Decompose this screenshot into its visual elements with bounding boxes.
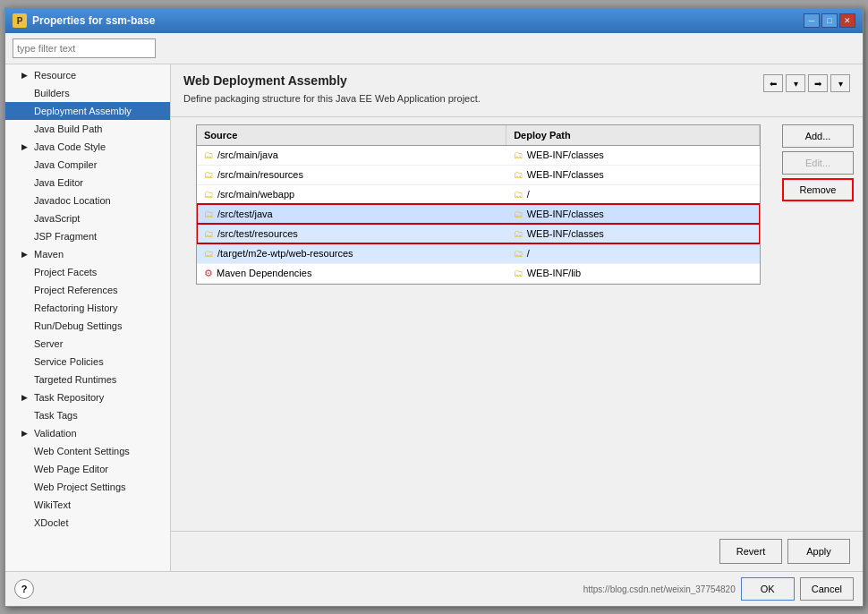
expand-icon: ▶ bbox=[21, 250, 30, 259]
sidebar-item-wikitext[interactable]: WikiText bbox=[5, 496, 170, 514]
sidebar-item-label: WikiText bbox=[34, 499, 71, 510]
filter-area bbox=[5, 33, 863, 64]
sidebar-item-label: Validation bbox=[34, 428, 77, 439]
sidebar-item-resource[interactable]: ▶ Resource bbox=[5, 66, 170, 84]
sidebar-item-web-page-editor[interactable]: Web Page Editor bbox=[5, 460, 170, 478]
maximize-button[interactable]: □ bbox=[821, 13, 838, 28]
sidebar-item-project-references[interactable]: Project References bbox=[5, 281, 170, 299]
remove-button[interactable]: Remove bbox=[782, 178, 854, 201]
add-button[interactable]: Add... bbox=[782, 124, 854, 148]
table-row[interactable]: 🗂/src/main/webapp🗂/ bbox=[197, 184, 760, 204]
deploy-cell: 🗂/ bbox=[506, 243, 760, 263]
dialog-title: Properties for ssm-base bbox=[32, 14, 155, 27]
sidebar-item-label: Service Policies bbox=[34, 356, 104, 367]
sidebar-item-task-repository[interactable]: ▶ Task Repository bbox=[5, 388, 170, 406]
deploy-cell: 🗂WEB-INF/classes bbox=[506, 204, 760, 224]
sidebar-item-jsp-fragment[interactable]: JSP Fragment bbox=[5, 227, 170, 245]
sidebar-item-refactoring-history[interactable]: Refactoring History bbox=[5, 299, 170, 317]
table-row[interactable]: 🗂/src/main/java🗂WEB-INF/classes bbox=[197, 145, 760, 165]
apply-button[interactable]: Apply bbox=[787, 539, 850, 564]
sidebar-item-label: Java Editor bbox=[34, 177, 83, 188]
sidebar-item-label: Refactoring History bbox=[34, 303, 118, 313]
bottom-bar: Revert Apply bbox=[171, 531, 863, 571]
table-row[interactable]: 🗂/src/test/java🗂WEB-INF/classes bbox=[197, 204, 760, 224]
nav-forward-button[interactable]: ➡ bbox=[808, 74, 828, 92]
assembly-table: Source Deploy Path 🗂/src/main/java🗂WEB-I… bbox=[197, 125, 760, 284]
deploy-cell: 🗂WEB-INF/lib bbox=[506, 263, 760, 283]
sidebar-item-web-project-settings[interactable]: Web Project Settings bbox=[5, 478, 170, 496]
source-cell: 🗂/src/test/java bbox=[197, 204, 506, 224]
sidebar-item-label: JavaScript bbox=[34, 213, 80, 224]
nav-back-button[interactable]: ⬅ bbox=[763, 74, 783, 92]
deployment-table: Source Deploy Path 🗂/src/main/java🗂WEB-I… bbox=[196, 124, 761, 285]
sidebar: ▶ Resource Builders Deployment Assembly … bbox=[5, 64, 171, 571]
nav-buttons: ⬅ ▾ ➡ ▾ bbox=[763, 74, 850, 92]
dialog-body: ▶ Resource Builders Deployment Assembly … bbox=[5, 33, 863, 571]
source-cell: 🗂/src/main/webapp bbox=[197, 184, 506, 204]
content-title: Web Deployment Assembly bbox=[183, 73, 347, 88]
sidebar-item-run-debug-settings[interactable]: Run/Debug Settings bbox=[5, 317, 170, 335]
revert-button[interactable]: Revert bbox=[719, 539, 782, 564]
sidebar-item-targeted-runtimes[interactable]: Targeted Runtimes bbox=[5, 371, 170, 388]
sidebar-item-label: Server bbox=[34, 338, 63, 349]
sidebar-item-javadoc-location[interactable]: Javadoc Location bbox=[5, 192, 170, 209]
footer-link: https://blog.csdn.net/weixin_37754820 bbox=[583, 584, 736, 594]
table-and-buttons: Source Deploy Path 🗂/src/main/java🗂WEB-I… bbox=[171, 117, 863, 531]
sidebar-item-label: XDoclet bbox=[34, 517, 69, 528]
sidebar-item-java-build-path[interactable]: Java Build Path bbox=[5, 120, 170, 138]
cancel-button[interactable]: Cancel bbox=[800, 577, 854, 601]
sidebar-item-java-editor[interactable]: Java Editor bbox=[5, 174, 170, 192]
sidebar-item-label: Builders bbox=[34, 88, 70, 98]
sidebar-item-java-compiler[interactable]: Java Compiler bbox=[5, 156, 170, 174]
filter-input[interactable] bbox=[13, 38, 156, 58]
expand-icon: ▶ bbox=[21, 142, 30, 151]
table-row[interactable]: 🗂/src/test/resources🗂WEB-INF/classes bbox=[197, 224, 760, 243]
content-description: Define packaging structure for this Java… bbox=[183, 93, 850, 104]
nav-dropdown2-button[interactable]: ▾ bbox=[830, 74, 850, 92]
sidebar-item-javascript[interactable]: JavaScript bbox=[5, 209, 170, 227]
edit-button[interactable]: Edit... bbox=[782, 151, 854, 175]
table-row[interactable]: ⚙Maven Dependencies🗂WEB-INF/lib bbox=[197, 263, 760, 283]
help-button[interactable]: ? bbox=[14, 579, 34, 599]
sidebar-item-label: Resource bbox=[34, 70, 76, 81]
sidebar-item-project-facets[interactable]: Project Facets bbox=[5, 263, 170, 281]
sidebar-item-label: Maven bbox=[34, 249, 64, 260]
ok-button[interactable]: OK bbox=[741, 577, 795, 601]
sidebar-item-server[interactable]: Server bbox=[5, 335, 170, 353]
table-row[interactable]: 🗂/src/main/resources🗂WEB-INF/classes bbox=[197, 165, 760, 184]
footer-bar: ? https://blog.csdn.net/weixin_37754820 … bbox=[5, 571, 863, 606]
deploy-cell: 🗂WEB-INF/classes bbox=[506, 145, 760, 165]
nav-dropdown-button[interactable]: ▾ bbox=[786, 74, 805, 92]
sidebar-item-xdoclet[interactable]: XDoclet bbox=[5, 514, 170, 532]
minimize-button[interactable]: ─ bbox=[804, 13, 820, 28]
sidebar-item-validation[interactable]: ▶ Validation bbox=[5, 424, 170, 442]
source-cell: 🗂/target/m2e-wtp/web-resources bbox=[197, 243, 506, 263]
sidebar-item-label: Task Tags bbox=[34, 410, 78, 421]
table-row[interactable]: 🗂/target/m2e-wtp/web-resources🗂/ bbox=[197, 243, 760, 263]
properties-dialog: P Properties for ssm-base ─ □ ✕ ▶ Resour… bbox=[4, 7, 864, 607]
sidebar-item-label: Web Project Settings bbox=[34, 482, 126, 492]
footer-right: https://blog.csdn.net/weixin_37754820 OK… bbox=[583, 577, 854, 601]
sidebar-item-label: Targeted Runtimes bbox=[34, 374, 116, 385]
main-area: ▶ Resource Builders Deployment Assembly … bbox=[5, 64, 863, 571]
sidebar-item-service-policies[interactable]: Service Policies bbox=[5, 353, 170, 371]
source-cell: 🗂/src/main/java bbox=[197, 145, 506, 165]
expand-icon: ▶ bbox=[21, 393, 30, 402]
sidebar-item-java-code-style[interactable]: ▶ Java Code Style bbox=[5, 138, 170, 156]
dialog-icon: P bbox=[13, 13, 27, 28]
sidebar-item-builders[interactable]: Builders bbox=[5, 84, 170, 102]
deploy-cell: 🗂WEB-INF/classes bbox=[506, 165, 760, 184]
source-cell: 🗂/src/test/resources bbox=[197, 224, 506, 243]
sidebar-item-label: Project References bbox=[34, 285, 118, 295]
sidebar-item-task-tags[interactable]: Task Tags bbox=[5, 406, 170, 424]
sidebar-item-maven[interactable]: ▶ Maven bbox=[5, 245, 170, 263]
source-cell: ⚙Maven Dependencies bbox=[197, 263, 506, 283]
content-area: Web Deployment Assembly ⬅ ▾ ➡ ▾ Define p… bbox=[171, 64, 863, 571]
sidebar-item-deployment-assembly[interactable]: Deployment Assembly bbox=[5, 102, 170, 120]
deploy-cell: 🗂WEB-INF/classes bbox=[506, 224, 760, 243]
close-button[interactable]: ✕ bbox=[839, 13, 855, 28]
sidebar-item-label: Deployment Assembly bbox=[34, 106, 132, 116]
deploy-cell: 🗂/ bbox=[506, 184, 760, 204]
sidebar-item-web-content-settings[interactable]: Web Content Settings bbox=[5, 442, 170, 460]
sidebar-item-label: Java Compiler bbox=[34, 159, 97, 170]
